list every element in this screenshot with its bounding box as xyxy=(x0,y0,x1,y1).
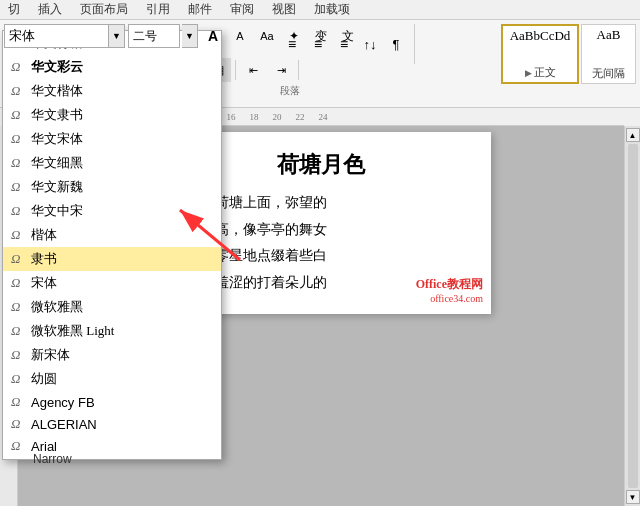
scroll-up-btn[interactable]: ▲ xyxy=(626,128,640,142)
shrink-font-btn[interactable]: A xyxy=(228,24,252,48)
menu-item-addins[interactable]: 加载项 xyxy=(310,1,354,18)
font-name-label: 华文楷体 xyxy=(31,82,83,100)
font-list-item[interactable]: Ω华文细黑 xyxy=(3,151,221,175)
scroll-thumb[interactable] xyxy=(628,144,638,488)
font-icon: Ω xyxy=(11,275,25,291)
font-name-label: 华文中宋 xyxy=(31,202,83,220)
watermark: Office教程网 office34.com xyxy=(416,276,483,304)
font-icon: Ω xyxy=(11,203,25,219)
menu-item-view[interactable]: 视图 xyxy=(268,1,300,18)
font-name-label: ALGERIAN xyxy=(31,417,97,432)
font-selector-group: 宋体 ▼ xyxy=(4,24,125,48)
menu-bar: 切 插入 页面布局 引用 邮件 审阅 视图 加载项 xyxy=(0,0,640,20)
font-name-label: Agency FB xyxy=(31,395,95,410)
font-icon: Ω xyxy=(11,416,25,432)
indent-increase-btn[interactable]: ⇥ xyxy=(268,58,294,82)
menu-item-insert[interactable]: 插入 xyxy=(34,1,66,18)
font-list-item[interactable]: Ω华文宋体 xyxy=(3,127,221,151)
font-list-item[interactable]: Ω华文中宋 xyxy=(3,199,221,223)
indent-decrease-btn[interactable]: ⇤ xyxy=(240,58,266,82)
font-icon: Ω xyxy=(11,227,25,243)
menu-item-review[interactable]: 审阅 xyxy=(226,1,258,18)
font-icon: Ω xyxy=(11,131,25,147)
font-list-item[interactable]: Ω微软雅黑 xyxy=(3,295,221,319)
font-size-input[interactable]: 二号 xyxy=(128,24,180,48)
font-icon: Ω xyxy=(11,179,25,195)
font-icon: Ω xyxy=(11,299,25,315)
font-list-item[interactable]: Ω华文新魏 xyxy=(3,175,221,199)
font-icon: Ω xyxy=(11,323,25,339)
font-name-label: 华文新魏 xyxy=(31,178,83,196)
font-icon: Ω xyxy=(11,251,25,267)
clear-format-btn[interactable]: ✦ xyxy=(282,24,306,48)
menu-item-ref[interactable]: 引用 xyxy=(142,1,174,18)
format-btn3[interactable]: 文 xyxy=(336,24,360,48)
font-icon: Ω xyxy=(11,155,25,171)
font-icon: Ω xyxy=(11,83,25,99)
font-icon: Ω xyxy=(11,438,25,454)
narrow-label: Narrow xyxy=(33,452,72,466)
font-name-label: 宋体 xyxy=(31,274,57,292)
scrollbar-right[interactable]: ▲ ▼ xyxy=(624,126,640,506)
menu-item-cut[interactable]: 切 xyxy=(4,1,24,18)
font-name-label: 微软雅黑 Light xyxy=(31,322,114,340)
font-name-label: 华文彩云 xyxy=(31,58,83,76)
font-list-item[interactable]: Ω楷体 xyxy=(3,223,221,247)
style-no-space-label: 无间隔 xyxy=(592,67,625,79)
sort-btn[interactable]: ↑↓ xyxy=(358,32,382,56)
font-name-label: 新宋体 xyxy=(31,346,70,364)
style-normal-preview: AaBbCcDd xyxy=(510,28,571,44)
scroll-down-btn[interactable]: ▼ xyxy=(626,490,640,504)
show-marks-btn[interactable]: ¶ xyxy=(384,32,408,56)
font-name-label: 楷体 xyxy=(31,226,57,244)
font-list-item[interactable]: Ω华文彩云 xyxy=(3,55,221,79)
font-icon: Ω xyxy=(11,394,25,410)
font-list-item[interactable]: Ω华文楷体 xyxy=(3,79,221,103)
grow-font-btn[interactable]: A xyxy=(201,24,225,48)
style-normal[interactable]: AaBbCcDd ▶ 正文 xyxy=(501,24,579,84)
font-list-item[interactable]: Ω华文隶书 xyxy=(3,103,221,127)
menu-item-mail[interactable]: 邮件 xyxy=(184,1,216,18)
font-dropdown-button[interactable]: ▼ xyxy=(109,24,125,48)
font-list-item[interactable]: Ω宋体 xyxy=(3,271,221,295)
font-list-item[interactable]: Ω幼圆 xyxy=(3,367,221,391)
font-icon: Ω xyxy=(11,347,25,363)
font-list-item[interactable]: Ω新宋体 xyxy=(3,343,221,367)
font-name-label: 华文宋体 xyxy=(31,130,83,148)
menu-item-layout[interactable]: 页面布局 xyxy=(76,1,132,18)
font-name-label: 幼圆 xyxy=(31,370,57,388)
style-no-space[interactable]: AaB 无间隔 xyxy=(581,24,636,84)
font-list-item[interactable]: Ω隶书 xyxy=(3,247,221,271)
font-list-item[interactable]: ΩALGERIAN xyxy=(3,413,221,435)
font-dropdown-list: Ω华文行楷Ω华文彩云Ω华文楷体Ω华文隶书Ω华文宋体Ω华文细黑Ω华文新魏Ω华文中宋… xyxy=(2,30,222,460)
font-icon: Ω xyxy=(11,371,25,387)
style-no-space-preview: AaB xyxy=(597,27,621,43)
font-list-item[interactable]: Ω微软雅黑 Light xyxy=(3,319,221,343)
font-name-label: 隶书 xyxy=(31,250,57,268)
format-btn2[interactable]: 变 xyxy=(309,24,333,48)
change-case-btn[interactable]: Aa xyxy=(255,24,279,48)
font-icon: Ω xyxy=(11,107,25,123)
style-normal-label: 正文 xyxy=(534,65,556,80)
font-name-label: 华文细黑 xyxy=(31,154,83,172)
watermark-text: Office教程网 xyxy=(416,276,483,293)
font-size-dropdown[interactable]: ▼ xyxy=(182,24,198,48)
paragraph-section-label: 段落 xyxy=(280,84,300,98)
font-name-label: 微软雅黑 xyxy=(31,298,83,316)
font-icon: Ω xyxy=(11,59,25,75)
watermark-sub: office34.com xyxy=(416,293,483,304)
font-list-item[interactable]: ΩAgency FB xyxy=(3,391,221,413)
font-name-input[interactable]: 宋体 xyxy=(4,24,109,48)
font-name-label: 华文隶书 xyxy=(31,106,83,124)
